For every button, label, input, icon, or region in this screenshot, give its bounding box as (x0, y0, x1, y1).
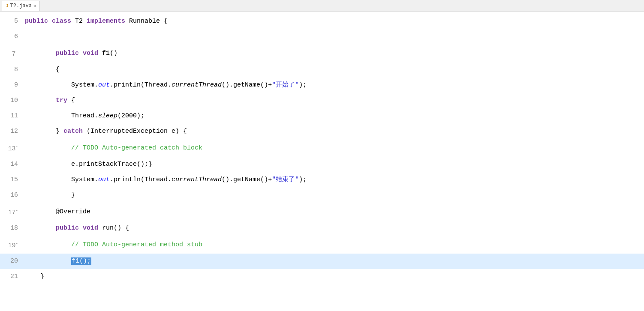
line-num-11: 11 (5, 108, 18, 124)
line-code-11: Thread.sleep(2000); (25, 108, 144, 124)
code-line-12: 12 } catch (InterruptedException e) { (0, 124, 644, 139)
line-code-21: } (25, 269, 44, 284)
code-content: 5 public class T2 implements Runnable { … (0, 12, 644, 311)
code-line-5: 5 public class T2 implements Runnable { (0, 14, 644, 29)
selected-code: f1(); (71, 257, 91, 265)
line-num-21: 21 (5, 269, 18, 284)
code-line-18: 18 public void run() { (0, 221, 644, 236)
code-line-6: 6 (0, 29, 644, 45)
code-line-8: 8 { (0, 62, 644, 78)
tab-filename: T2.java (10, 3, 32, 9)
line-code-10: try { (25, 93, 75, 108)
code-line-9: 9 System.out.println(Thread.currentThrea… (0, 78, 644, 93)
tab-close-button[interactable]: ✕ (33, 3, 36, 9)
line-num-7: 7- (5, 45, 18, 62)
code-line-15: 15 System.out.println(Thread.currentThre… (0, 172, 644, 188)
code-line-17: 17- @Override (0, 203, 644, 221)
code-line-16: 16 } (0, 188, 644, 203)
line-code-18: public void run() { (25, 221, 129, 236)
line-num-9: 9 (5, 78, 18, 93)
line-num-16: 16 (5, 188, 18, 203)
code-area: 5 public class T2 implements Runnable { … (0, 12, 644, 311)
code-line-14: 14 e.printStackTrace();} (0, 157, 644, 172)
line-num-8: 8 (5, 62, 18, 78)
line-num-15: 15 (5, 172, 18, 188)
code-line-21: 21 } (0, 269, 644, 284)
code-line-19: 19- // TODO Auto-generated method stub (0, 236, 644, 254)
tab-item[interactable]: J T2.java ✕ (2, 1, 40, 11)
line-num-19: 19- (5, 236, 18, 254)
line-code-20: f1(); (25, 254, 91, 269)
line-code-9: System.out.println(Thread.currentThread(… (25, 78, 307, 93)
line-code-5: public class T2 implements Runnable { (25, 14, 168, 29)
line-num-6: 6 (5, 29, 18, 45)
line-code-7: public void f1() (25, 46, 117, 61)
line-num-13: 13- (5, 139, 18, 157)
code-line-20: 20 f1(); (0, 254, 644, 269)
editor-container: J T2.java ✕ 5 public class T2 implements… (0, 0, 644, 311)
code-line-10: 10 try { (0, 93, 644, 108)
line-code-8: { (25, 62, 60, 78)
file-icon: J (6, 3, 9, 9)
line-code-16: } (25, 188, 75, 203)
line-code-14: e.printStackTrace();} (25, 157, 152, 172)
line-num-5: 5 (5, 14, 18, 29)
line-num-14: 14 (5, 157, 18, 172)
line-num-18: 18 (5, 221, 18, 236)
line-code-19: // TODO Auto-generated method stub (25, 237, 202, 253)
line-num-20: 20 (5, 254, 18, 269)
line-num-10: 10 (5, 93, 18, 108)
line-num-12: 12 (5, 124, 18, 139)
line-code-13: // TODO Auto-generated catch block (25, 141, 202, 156)
code-line-7: 7- public void f1() (0, 45, 644, 62)
tab-bar: J T2.java ✕ (0, 0, 644, 12)
code-line-13: 13- // TODO Auto-generated catch block (0, 139, 644, 157)
line-code-17: @Override (25, 204, 90, 220)
line-code-12: } catch (InterruptedException e) { (25, 124, 187, 139)
code-line-11: 11 Thread.sleep(2000); (0, 108, 644, 124)
line-num-17: 17- (5, 203, 18, 221)
line-code-15: System.out.println(Thread.currentThread(… (25, 172, 307, 188)
